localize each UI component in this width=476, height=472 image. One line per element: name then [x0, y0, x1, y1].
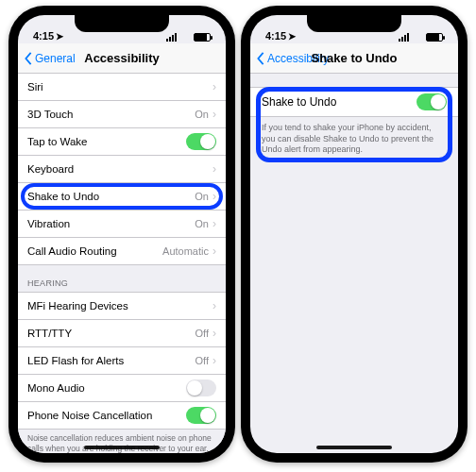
left-screen: 4:15 ➤ General Accessibility — [18, 15, 226, 453]
row-tap-to-wake[interactable]: Tap to Wake — [18, 128, 226, 156]
detail-note: If you tend to shake your iPhone by acci… — [250, 117, 458, 161]
nav-bar: Accessibility Shake to Undo — [250, 43, 458, 74]
row-3d-touch[interactable]: 3D Touch On › — [18, 101, 226, 128]
row-value: Off — [196, 328, 209, 339]
toggle-switch[interactable] — [186, 379, 216, 396]
row-value: On — [195, 218, 209, 229]
row-label: Keyboard — [27, 163, 212, 175]
row-label: LED Flash for Alerts — [27, 355, 196, 366]
notch — [307, 15, 401, 32]
row-keyboard[interactable]: Keyboard › — [18, 156, 226, 183]
row-value: On — [195, 109, 209, 120]
row-mono-audio[interactable]: Mono Audio — [18, 375, 226, 402]
right-phone: 4:15 ➤ Accessibility Shake to Undo — [241, 6, 468, 463]
row-label: Shake to Undo — [262, 95, 416, 109]
row-value: On — [195, 191, 209, 202]
chevron-right-icon: › — [212, 80, 216, 93]
cell-signal-icon — [166, 33, 177, 42]
row-shake-to-undo-toggle[interactable]: Shake to Undo — [250, 87, 458, 117]
row-rtt-tty[interactable]: RTT/TTY Off › — [18, 320, 226, 347]
toggle-switch[interactable] — [186, 407, 216, 424]
status-time: 4:15 — [33, 30, 54, 42]
wifi-icon — [412, 33, 423, 42]
back-label: General — [35, 52, 76, 65]
cell-signal-icon — [399, 33, 409, 42]
chevron-left-icon — [24, 52, 33, 65]
location-icon: ➤ — [288, 31, 296, 42]
row-label: Call Audio Routing — [27, 245, 162, 257]
row-shake-to-undo[interactable]: Shake to Undo On › — [18, 183, 226, 211]
chevron-right-icon: › — [212, 108, 216, 121]
status-time: 4:15 — [265, 30, 286, 42]
toggle-switch[interactable] — [186, 133, 216, 150]
home-indicator[interactable] — [84, 446, 160, 449]
back-button[interactable]: Accessibility — [250, 52, 329, 65]
location-icon: ➤ — [56, 31, 63, 42]
detail-content: Shake to Undo If you tend to shake your … — [250, 74, 458, 453]
chevron-right-icon: › — [212, 327, 216, 340]
footer-note: Noise cancellation reduces ambient noise… — [18, 430, 226, 453]
row-label: Tap to Wake — [27, 136, 186, 147]
chevron-right-icon: › — [212, 217, 216, 230]
nav-bar: General Accessibility — [18, 43, 226, 74]
wifi-icon — [179, 33, 191, 42]
row-label: MFi Hearing Devices — [27, 300, 212, 312]
chevron-right-icon: › — [212, 162, 216, 176]
row-label: Siri — [27, 81, 212, 93]
chevron-right-icon: › — [212, 244, 216, 258]
chevron-right-icon: › — [212, 354, 216, 367]
right-screen: 4:15 ➤ Accessibility Shake to Undo — [250, 15, 458, 453]
left-phone: 4:15 ➤ General Accessibility — [8, 6, 235, 463]
row-led-flash[interactable]: LED Flash for Alerts Off › — [18, 347, 226, 375]
row-mfi-hearing[interactable]: MFi Hearing Devices › — [18, 293, 226, 320]
notch — [75, 15, 169, 32]
row-siri[interactable]: Siri › — [18, 74, 226, 101]
home-indicator[interactable] — [316, 446, 392, 449]
row-noise-cancel[interactable]: Phone Noise Cancellation — [18, 402, 226, 430]
toggle-switch[interactable] — [416, 93, 447, 110]
back-button[interactable]: General — [18, 52, 76, 65]
row-label: Vibration — [27, 218, 195, 229]
chevron-right-icon: › — [212, 299, 216, 312]
row-vibration[interactable]: Vibration On › — [18, 211, 226, 238]
row-value: Automatic — [162, 245, 209, 257]
chevron-right-icon: › — [212, 190, 216, 203]
settings-list[interactable]: Siri › 3D Touch On › Tap to Wake Keyboar… — [18, 74, 226, 453]
row-label: Mono Audio — [27, 382, 186, 394]
row-label: Shake to Undo — [27, 191, 195, 202]
row-label: RTT/TTY — [27, 328, 196, 339]
row-label: 3D Touch — [27, 109, 195, 120]
chevron-left-icon — [256, 52, 265, 65]
section-header-hearing: HEARING — [18, 265, 226, 293]
battery-icon — [426, 33, 443, 42]
row-value: Off — [196, 355, 209, 366]
row-label: Phone Noise Cancellation — [27, 410, 186, 421]
battery-icon — [194, 33, 211, 42]
back-label: Accessibility — [267, 52, 329, 65]
row-call-audio-routing[interactable]: Call Audio Routing Automatic › — [18, 238, 226, 265]
